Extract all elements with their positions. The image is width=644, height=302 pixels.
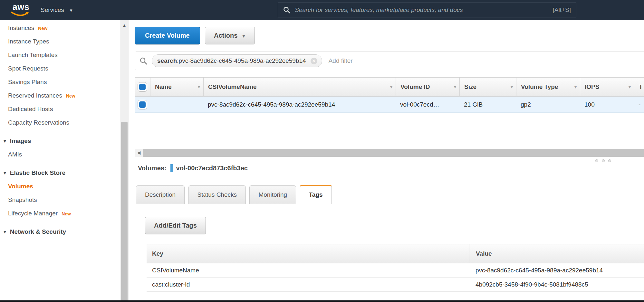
main-content: Create Volume Actions▼ search : pvc-8ac9… bbox=[129, 20, 644, 302]
new-badge: New bbox=[66, 93, 75, 99]
scroll-left-arrow-icon[interactable]: ◀ bbox=[135, 149, 143, 157]
sidebar-section-images[interactable]: ▼Images bbox=[0, 134, 129, 148]
aws-smile-icon bbox=[10, 12, 30, 17]
horizontal-scrollbar[interactable]: ◀ bbox=[135, 149, 644, 157]
sidebar-item-launch-templates[interactable]: Launch Templates bbox=[0, 48, 129, 62]
detail-tabs: Description Status Checks Monitoring Tag… bbox=[136, 185, 644, 204]
sidebar-scrollbar[interactable]: ▲ bbox=[120, 20, 128, 302]
sidebar-item-dedicated-hosts[interactable]: Dedicated Hosts bbox=[0, 102, 129, 116]
services-menu[interactable]: Services ▼ bbox=[41, 0, 73, 20]
aws-logo[interactable]: aws bbox=[10, 3, 32, 17]
column-header-throughput[interactable]: T bbox=[634, 78, 644, 96]
add-edit-tags-container: Add/Edit Tags bbox=[145, 217, 206, 234]
window-bottom-edge bbox=[0, 300, 644, 302]
sort-caret-icon[interactable]: ▾ bbox=[388, 84, 392, 90]
tags-column-value: Value bbox=[469, 244, 644, 263]
chevron-down-icon: ▼ bbox=[241, 33, 246, 39]
aws-logo-text: aws bbox=[10, 3, 32, 12]
tags-column-key: Key bbox=[147, 244, 469, 263]
row-name bbox=[150, 97, 203, 112]
ec2-sidebar: InstancesNew Instance Types Launch Templ… bbox=[0, 20, 129, 302]
top-nav-bar: aws Services ▼ [Alt+S] bbox=[0, 0, 644, 20]
sidebar-item-reserved-instances[interactable]: Reserved InstancesNew bbox=[0, 89, 129, 102]
tags-table-header: Key Value bbox=[147, 244, 644, 263]
sidebar-item-spot-requests[interactable]: Spot Requests bbox=[0, 62, 129, 75]
global-search-input[interactable] bbox=[295, 6, 553, 14]
sidebar-item-lifecycle-manager[interactable]: Lifecycle ManagerNew bbox=[0, 207, 129, 220]
tag-row: CSIVolumeName pvc-8ac9d62c-c645-495a-989… bbox=[147, 263, 644, 278]
row-volume-type: gp2 bbox=[516, 97, 580, 112]
add-edit-tags-button[interactable]: Add/Edit Tags bbox=[145, 217, 206, 234]
sidebar-item-instance-types[interactable]: Instance Types bbox=[0, 35, 129, 48]
column-header-iops[interactable]: IOPS▾ bbox=[580, 78, 634, 96]
sidebar-scrollbar-thumb[interactable] bbox=[121, 122, 128, 301]
sort-caret-icon[interactable]: ▾ bbox=[572, 84, 577, 90]
triangle-down-icon: ▼ bbox=[3, 138, 7, 144]
add-filter-placeholder[interactable]: Add filter bbox=[329, 57, 353, 64]
tag-row: cast:cluster-id 4b092cb5-3458-4f90-9b4c-… bbox=[147, 278, 644, 292]
column-header-csivolumename[interactable]: CSIVolumeName▾ bbox=[203, 78, 396, 96]
row-volume-id: vol-00c7ecd… bbox=[396, 97, 459, 112]
detail-panel-heading: Volumes: vol-00c7ecd873c6fb3ec bbox=[138, 164, 248, 172]
search-icon bbox=[283, 6, 290, 14]
tab-status-checks[interactable]: Status Checks bbox=[188, 185, 246, 204]
tab-tags[interactable]: Tags bbox=[300, 185, 332, 204]
sidebar-item-savings-plans[interactable]: Savings Plans bbox=[0, 75, 129, 89]
filter-bar[interactable]: search : pvc-8ac9d62c-c645-495a-989a-ac2… bbox=[135, 52, 644, 70]
sort-caret-icon[interactable]: ▾ bbox=[195, 84, 200, 90]
tag-value: 4b092cb5-3458-4f90-9b4c-5081bf9488c5 bbox=[469, 278, 644, 291]
filter-value: pvc-8ac9d62c-c645-495a-989a-ac292ee59b14 bbox=[179, 57, 306, 64]
tags-table: Key Value CSIVolumeName pvc-8ac9d62c-c64… bbox=[147, 244, 644, 292]
search-icon bbox=[139, 57, 147, 65]
sidebar-item-amis[interactable]: AMIs bbox=[0, 148, 129, 161]
triangle-down-icon: ▼ bbox=[3, 229, 7, 234]
column-header-name[interactable]: Name▾ bbox=[150, 78, 203, 96]
sidebar-item-instances[interactable]: InstancesNew bbox=[0, 21, 129, 35]
filter-key: search bbox=[157, 57, 177, 64]
column-header-volume-type[interactable]: Volume Type▾ bbox=[516, 78, 580, 96]
row-size: 21 GiB bbox=[459, 97, 516, 112]
remove-filter-icon[interactable]: ✕ bbox=[311, 58, 317, 64]
sidebar-item-snapshots[interactable]: Snapshots bbox=[0, 193, 129, 207]
row-csi-volume-name: pvc-8ac9d62c-c645-495a-989a-ac292ee59b14 bbox=[203, 97, 396, 112]
select-row-checkbox[interactable] bbox=[138, 100, 147, 109]
detail-heading-label: Volumes: bbox=[138, 165, 167, 172]
tag-key: cast:cluster-id bbox=[147, 278, 469, 291]
tab-monitoring[interactable]: Monitoring bbox=[249, 185, 296, 204]
column-header-size[interactable]: Size▾ bbox=[459, 78, 516, 96]
horizontal-scrollbar-thumb[interactable] bbox=[143, 149, 644, 157]
scroll-up-arrow-icon[interactable]: ▲ bbox=[120, 21, 129, 30]
sort-caret-icon[interactable]: ▾ bbox=[451, 84, 456, 90]
new-badge: New bbox=[38, 26, 47, 31]
split-panel-drag-handle[interactable] bbox=[595, 159, 611, 162]
row-iops: 100 bbox=[580, 97, 634, 112]
sidebar-section-elastic-block-store[interactable]: ▼Elastic Block Store bbox=[0, 166, 129, 180]
sidebar-item-capacity-reservations[interactable]: Capacity Reservations bbox=[0, 116, 129, 129]
search-shortcut-hint: [Alt+S] bbox=[553, 6, 571, 14]
tag-key: CSIVolumeName bbox=[147, 263, 469, 277]
selected-volume-indicator bbox=[170, 164, 173, 172]
create-volume-button[interactable]: Create Volume bbox=[135, 27, 200, 44]
actions-button[interactable]: Actions▼ bbox=[205, 27, 255, 44]
sort-caret-icon[interactable]: ▾ bbox=[508, 84, 513, 90]
split-panel-divider bbox=[129, 158, 644, 158]
search-filter-tag[interactable]: search : pvc-8ac9d62c-c645-495a-989a-ac2… bbox=[152, 54, 322, 67]
new-badge: New bbox=[62, 211, 71, 216]
detail-volume-id: vol-00c7ecd873c6fb3ec bbox=[176, 165, 248, 172]
sidebar-section-network-security[interactable]: ▼Network & Security bbox=[0, 225, 129, 239]
select-all-cell bbox=[135, 78, 150, 96]
table-row[interactable]: pvc-8ac9d62c-c645-495a-989a-ac292ee59b14… bbox=[135, 97, 644, 113]
sort-caret-icon[interactable]: ▾ bbox=[626, 84, 631, 90]
volumes-table: Name▾ CSIVolumeName▾ Volume ID▾ Size▾ Vo… bbox=[135, 77, 644, 113]
sidebar-nav-list: InstancesNew Instance Types Launch Templ… bbox=[0, 20, 129, 239]
volumes-table-header: Name▾ CSIVolumeName▾ Volume ID▾ Size▾ Vo… bbox=[135, 77, 644, 97]
sidebar-item-volumes[interactable]: Volumes bbox=[0, 180, 129, 193]
volumes-toolbar: Create Volume Actions▼ bbox=[135, 27, 255, 44]
select-all-checkbox[interactable] bbox=[138, 82, 147, 92]
column-header-volume-id[interactable]: Volume ID▾ bbox=[396, 78, 459, 96]
tab-description[interactable]: Description bbox=[136, 185, 185, 204]
global-search-bar[interactable]: [Alt+S] bbox=[278, 3, 576, 17]
tag-value: pvc-8ac9d62c-c645-495a-989a-ac292ee59b14 bbox=[469, 263, 644, 277]
triangle-down-icon: ▼ bbox=[3, 170, 7, 175]
row-throughput: - bbox=[634, 97, 644, 112]
